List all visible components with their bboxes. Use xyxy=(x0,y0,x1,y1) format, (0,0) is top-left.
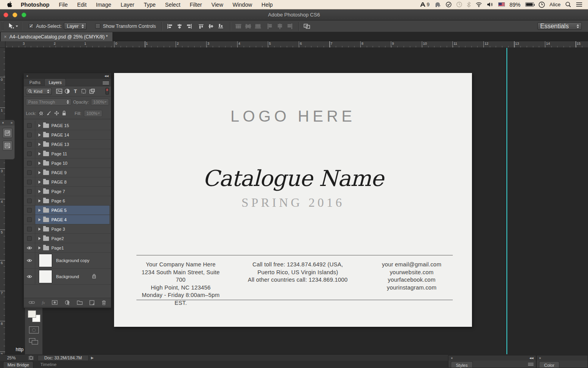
expand-triangle-icon[interactable] xyxy=(38,152,41,155)
panel-collapse-icon[interactable]: ◀◀ xyxy=(104,75,109,78)
panel-menu-icon[interactable] xyxy=(103,81,109,85)
tab-layers[interactable]: Layers xyxy=(44,78,66,86)
vertical-ruler[interactable]: 0 1 2 3 4 5 6 7 8 9 xyxy=(0,48,5,354)
visibility-toggle[interactable] xyxy=(24,253,35,268)
layer-group-row-page1[interactable]: Page1 xyxy=(24,243,111,253)
cyan-guide-line[interactable] xyxy=(506,48,507,354)
panel-close-icon[interactable]: × xyxy=(26,74,28,78)
distribute-horizontal-centers-button[interactable] xyxy=(275,22,285,31)
layer-group-row-page4-selected[interactable]: PAGE 4 xyxy=(24,215,111,224)
move-tool-icon[interactable] xyxy=(8,23,14,29)
expand-triangle-icon[interactable] xyxy=(38,209,41,212)
filter-kind-dropdown[interactable]: Kind xyxy=(26,88,52,95)
horizontal-ruler[interactable]: 3 2 1 0 1 2 3 4 5 6 7 8 9 10 11 12 13 14… xyxy=(0,41,588,48)
distribute-vertical-centers-button[interactable] xyxy=(243,22,253,31)
fill-value-box[interactable]: 100% xyxy=(84,110,102,117)
tab-mini-bridge[interactable]: Mini Bridge xyxy=(3,361,33,368)
menu-edit[interactable]: Edit xyxy=(73,2,91,8)
us-flag-input-icon[interactable] xyxy=(498,2,505,7)
expand-triangle-icon[interactable] xyxy=(38,162,41,165)
distribute-top-edges-button[interactable] xyxy=(234,22,243,31)
menu-photoshop[interactable]: Photoshop xyxy=(16,2,54,8)
layer-row-background-copy[interactable]: Background copy xyxy=(24,253,111,269)
new-adjustment-layer-button[interactable] xyxy=(65,300,70,305)
expand-triangle-icon[interactable] xyxy=(38,171,41,174)
foreground-color-swatch[interactable] xyxy=(28,310,36,318)
bluetooth-status-icon[interactable] xyxy=(467,2,471,7)
layer-group-row-page13[interactable]: PAGE 13 xyxy=(24,140,111,149)
distribute-bottom-edges-button[interactable] xyxy=(253,22,263,31)
tool-preset-arrow-icon[interactable] xyxy=(16,26,18,27)
distribute-left-edges-button[interactable] xyxy=(265,22,275,31)
lock-position-icon[interactable] xyxy=(54,111,59,116)
expand-triangle-icon[interactable] xyxy=(38,133,41,137)
expand-triangle-icon[interactable] xyxy=(38,218,41,221)
visibility-toggle[interactable] xyxy=(24,168,35,177)
filter-type-layers-icon[interactable]: T xyxy=(71,88,80,95)
show-transform-checkbox[interactable] xyxy=(95,24,100,29)
ruler-origin-corner[interactable] xyxy=(0,41,5,48)
layer-thumbnail[interactable] xyxy=(39,254,52,267)
layer-group-row-page5-selected[interactable]: PAGE 5 xyxy=(24,206,111,215)
visibility-toggle[interactable] xyxy=(24,215,35,224)
filter-shape-layers-icon[interactable] xyxy=(80,88,88,95)
distribute-right-edges-button[interactable] xyxy=(285,22,295,31)
workspace-switcher-dropdown[interactable]: Essentials xyxy=(537,22,582,30)
app-badge-icon[interactable]: 9 xyxy=(420,2,430,7)
collapsed-panel-button-2[interactable] xyxy=(2,140,13,151)
expand-triangle-icon[interactable] xyxy=(38,143,41,146)
expand-triangle-icon[interactable] xyxy=(38,228,41,231)
tab-timeline[interactable]: Timeline xyxy=(37,361,60,368)
panel-resize-grip[interactable] xyxy=(24,307,111,308)
menu-view[interactable]: View xyxy=(207,2,228,8)
lock-all-icon[interactable] xyxy=(62,111,66,116)
menu-filter[interactable]: Filter xyxy=(185,2,207,8)
layer-group-row-page9[interactable]: PAGE 9 xyxy=(24,168,111,177)
doc-profile-icon[interactable] xyxy=(27,355,34,361)
history-clock-status-icon[interactable] xyxy=(456,2,462,7)
layer-group-row-page10[interactable]: Page 10 xyxy=(24,158,111,168)
panel-collapse-icon[interactable]: ◀◀ xyxy=(529,357,534,360)
clock-status-icon[interactable] xyxy=(539,2,545,8)
add-layer-mask-button[interactable] xyxy=(52,300,58,305)
delete-layer-button[interactable] xyxy=(102,300,106,305)
expand-triangle-icon[interactable] xyxy=(38,180,41,184)
menu-window[interactable]: Window xyxy=(228,2,257,8)
layer-group-row-page3[interactable]: Page 3 xyxy=(24,224,111,234)
notification-center-icon[interactable] xyxy=(576,2,583,7)
menu-select[interactable]: Select xyxy=(160,2,185,8)
link-layers-button[interactable] xyxy=(29,301,35,304)
document-tab[interactable]: × A4–LandscapeCatalog.psd @ 25% (CMYK/8)… xyxy=(1,32,113,41)
layer-row-background[interactable]: Background xyxy=(24,269,111,285)
blend-mode-dropdown[interactable]: Pass Through xyxy=(26,98,71,106)
visibility-toggle[interactable] xyxy=(24,243,35,252)
tab-paths[interactable]: Paths xyxy=(25,79,44,86)
layer-group-row-page11[interactable]: Page 11 xyxy=(24,149,111,158)
close-tab-icon[interactable]: × xyxy=(4,34,7,40)
tab-color[interactable]: Color xyxy=(539,361,559,368)
layer-group-row-page15[interactable]: PAGE 15 xyxy=(24,121,111,130)
expand-triangle-icon[interactable] xyxy=(38,190,41,193)
align-right-edges-button[interactable] xyxy=(185,22,194,31)
tab-styles[interactable]: Styles xyxy=(451,361,473,368)
visibility-toggle[interactable] xyxy=(24,269,35,284)
apple-menu-icon[interactable] xyxy=(7,2,12,7)
align-horizontal-centers-button[interactable] xyxy=(175,22,185,31)
filter-toggle-switch[interactable] xyxy=(105,88,109,95)
filter-smart-objects-icon[interactable] xyxy=(88,88,96,95)
volume-status-icon[interactable] xyxy=(487,2,494,7)
user-menu[interactable]: Alice xyxy=(550,2,561,7)
lock-pixels-brush-icon[interactable] xyxy=(46,111,51,116)
align-left-edges-button[interactable] xyxy=(165,22,175,31)
visibility-toggle[interactable] xyxy=(24,158,35,168)
expand-triangle-icon[interactable] xyxy=(38,237,41,240)
visibility-toggle[interactable] xyxy=(24,234,35,243)
panel-menu-icon[interactable] xyxy=(528,362,534,366)
layer-group-row-page8[interactable]: PAGE 8 xyxy=(24,177,111,187)
opacity-value-box[interactable]: 100% xyxy=(91,98,109,106)
menu-help[interactable]: Help xyxy=(257,2,278,8)
layer-group-row-page6[interactable]: Page 6 xyxy=(24,196,111,206)
battery-icon[interactable] xyxy=(525,2,534,7)
doc-size-info[interactable]: Doc: 33.2M/184.7M xyxy=(38,355,89,361)
new-group-button[interactable] xyxy=(77,300,83,305)
